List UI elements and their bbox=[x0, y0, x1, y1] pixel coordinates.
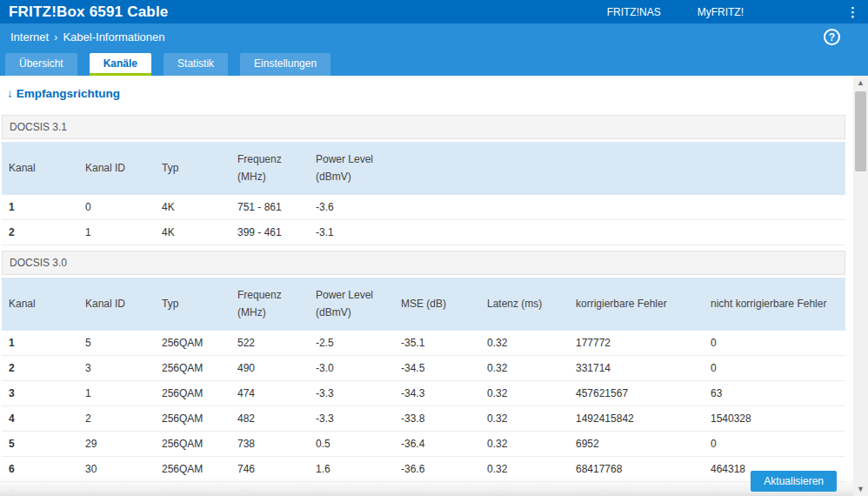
table-cell: -3.1 bbox=[309, 219, 845, 245]
table-cell: -36.6 bbox=[394, 456, 480, 481]
table-cell: 256QAM bbox=[155, 406, 230, 431]
column-header: Power Level (dBmV) bbox=[309, 142, 845, 195]
table-cell: 331714 bbox=[569, 355, 704, 380]
column-header: Frequenz (MHz) bbox=[230, 278, 309, 331]
table-cell: 0 bbox=[78, 195, 155, 220]
table-cell: 256QAM bbox=[155, 431, 230, 456]
table-cell: 738 bbox=[230, 431, 309, 456]
table-cell: 457621567 bbox=[569, 380, 704, 406]
table-cell: -36.4 bbox=[394, 431, 480, 456]
table-cell: 177772 bbox=[569, 331, 704, 356]
table-cell: 256QAM bbox=[155, 456, 230, 481]
column-header: korrigierbare Fehler bbox=[569, 278, 704, 331]
table-cell: -2.5 bbox=[309, 331, 394, 356]
table-row: 728256QAM7300.4-38.40.321942292660 bbox=[2, 481, 845, 496]
tab-kanaele[interactable]: Kanäle bbox=[90, 53, 151, 76]
table-cell: 1.6 bbox=[309, 456, 394, 481]
docsis30-table: KanalKanal IDTypFrequenz (MHz)Power Leve… bbox=[2, 278, 845, 496]
table-cell: 1 bbox=[2, 331, 78, 356]
table-cell: 194229266 bbox=[569, 481, 704, 496]
scroll-up-icon: ▲ bbox=[857, 78, 865, 87]
nav-myfritz-link[interactable]: MyFRITZ! bbox=[698, 6, 744, 18]
table-cell: 0.32 bbox=[480, 456, 569, 481]
column-header: Kanal bbox=[2, 142, 78, 195]
table-cell: 1492415842 bbox=[569, 406, 704, 431]
table-cell: 0.5 bbox=[309, 431, 394, 456]
table-cell: 0.32 bbox=[480, 355, 569, 380]
table-cell: 4K bbox=[155, 195, 230, 220]
refresh-button[interactable]: Aktualisieren bbox=[751, 471, 837, 492]
table-cell: 68417768 bbox=[569, 456, 704, 481]
table-row: 31256QAM474-3.3-34.30.3245762156763 bbox=[2, 380, 845, 406]
docsis30-section-header: DOCSIS 3.0 bbox=[2, 251, 845, 275]
kebab-menu-icon[interactable]: ⋮ bbox=[846, 5, 859, 18]
empfangsrichtung-label: Empfangsrichtung bbox=[17, 87, 120, 100]
table-cell: 0.32 bbox=[480, 380, 569, 406]
down-arrow-icon: ↓ bbox=[7, 87, 13, 100]
column-header: Power Level (dBmV) bbox=[309, 278, 394, 331]
table-cell: 28 bbox=[78, 481, 155, 496]
docsis31-panel: DOCSIS 3.1 KanalKanal IDTypFrequenz (MHz… bbox=[2, 115, 845, 245]
scroll-down-icon: ▼ bbox=[857, 485, 865, 493]
table-cell: 0.4 bbox=[309, 481, 394, 496]
table-cell: 0 bbox=[704, 431, 845, 456]
column-header: Kanal ID bbox=[78, 278, 155, 331]
table-row: 42256QAM482-3.3-33.80.321492415842154032… bbox=[2, 406, 845, 431]
scrollbar-thumb[interactable] bbox=[855, 91, 866, 171]
docsis31-table: KanalKanal IDTypFrequenz (MHz)Power Leve… bbox=[2, 142, 845, 245]
empfangsrichtung-link[interactable]: ↓ Empfangsrichtung bbox=[7, 87, 120, 100]
scroll-down-button[interactable]: ▼ bbox=[853, 482, 868, 496]
vertical-scrollbar[interactable]: ▲ ▼ bbox=[853, 76, 868, 496]
table-cell: -35.1 bbox=[394, 331, 480, 356]
table-cell: 0.32 bbox=[480, 431, 569, 456]
table-cell: 6952 bbox=[569, 431, 704, 456]
column-header: Latenz (ms) bbox=[480, 278, 569, 331]
column-header: MSE (dB) bbox=[394, 278, 480, 331]
docsis30-panel: DOCSIS 3.0 KanalKanal IDTypFrequenz (MHz… bbox=[2, 251, 845, 496]
table-row: 23256QAM490-3.0-34.50.323317140 bbox=[2, 355, 845, 380]
tab-uebersicht[interactable]: Übersicht bbox=[5, 53, 77, 76]
table-header-row: KanalKanal IDTypFrequenz (MHz)Power Leve… bbox=[2, 142, 845, 195]
table-cell: 474 bbox=[230, 380, 309, 406]
table-cell: 482 bbox=[230, 406, 309, 431]
table-cell: -34.5 bbox=[394, 355, 480, 380]
table-cell: -3.0 bbox=[309, 355, 394, 380]
table-row: 529256QAM7380.5-36.40.3269520 bbox=[2, 431, 845, 456]
column-header: nicht korrigierbare Fehler bbox=[704, 278, 845, 331]
scroll-up-button[interactable]: ▲ bbox=[853, 76, 868, 90]
table-cell: 1 bbox=[78, 380, 155, 406]
table-cell: 1 bbox=[78, 219, 155, 245]
table-cell: 0 bbox=[704, 331, 845, 356]
tab-einstellungen[interactable]: Einstellungen bbox=[240, 53, 331, 76]
docsis31-section-header: DOCSIS 3.1 bbox=[2, 115, 845, 139]
help-button[interactable]: ? bbox=[824, 29, 840, 45]
table-cell: -3.3 bbox=[309, 406, 394, 431]
top-nav: FRITZ!NAS MyFRITZ! bbox=[607, 6, 744, 18]
table-cell: 1 bbox=[2, 195, 78, 220]
chevron-right-icon: › bbox=[54, 30, 57, 44]
table-cell: 522 bbox=[230, 331, 309, 356]
breadcrumb-internet[interactable]: Internet bbox=[10, 30, 49, 44]
table-cell: -33.8 bbox=[394, 406, 480, 431]
table-cell: -34.3 bbox=[394, 380, 480, 406]
nav-fritznas-link[interactable]: FRITZ!NAS bbox=[607, 6, 661, 18]
table-cell: 63 bbox=[704, 380, 845, 406]
table-cell: 5 bbox=[78, 331, 155, 356]
main-content: ↓ Empfangsrichtung DOCSIS 3.1 KanalKanal… bbox=[0, 76, 853, 496]
table-cell: 751 - 861 bbox=[230, 195, 309, 220]
table-cell: -3.3 bbox=[309, 380, 394, 406]
table-cell: 1540328 bbox=[704, 406, 845, 431]
breadcrumb-bar: Internet › Kabel-Informationen ? bbox=[0, 23, 868, 50]
question-icon: ? bbox=[829, 31, 835, 44]
table-cell: -38.4 bbox=[394, 481, 480, 496]
table-cell: 0 bbox=[704, 355, 845, 380]
tab-bar: Übersicht Kanäle Statistik Einstellungen bbox=[0, 50, 868, 76]
table-cell: 2 bbox=[2, 219, 78, 245]
table-cell: 0.32 bbox=[480, 406, 569, 431]
table-cell: 3 bbox=[2, 380, 78, 406]
table-cell: 399 - 461 bbox=[230, 219, 309, 245]
table-cell: 746 bbox=[230, 456, 309, 481]
table-row: 630256QAM7461.6-36.60.3268417768464318 bbox=[2, 456, 845, 481]
tab-statistik[interactable]: Statistik bbox=[164, 53, 228, 76]
app-header: FRITZ!Box 6591 Cable FRITZ!NAS MyFRITZ! … bbox=[0, 0, 868, 23]
